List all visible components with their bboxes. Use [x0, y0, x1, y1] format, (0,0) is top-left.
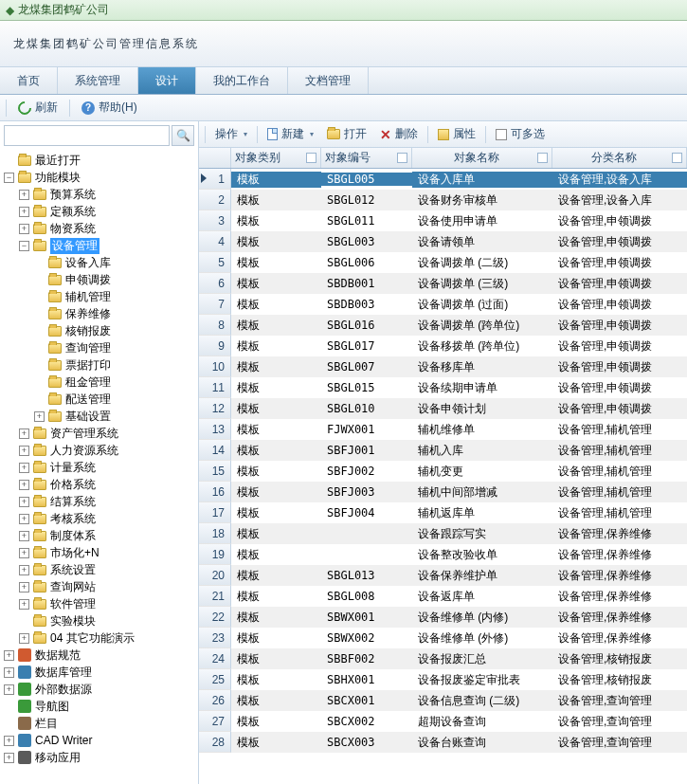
expander-icon[interactable]: + [4, 736, 14, 746]
table-row[interactable]: 7模板SBDB003设备调拨单 (过面)设备管理,申领调拨 [199, 294, 687, 315]
expander-icon[interactable]: + [34, 411, 45, 422]
tab-3[interactable]: 我的工作台 [196, 67, 288, 94]
tree-node[interactable]: +考核系统 [0, 510, 198, 527]
tree-node[interactable]: +物资系统 [0, 220, 198, 237]
table-row[interactable]: 11模板SBGL015设备续期申请单设备管理,申领调拨 [199, 377, 687, 398]
expander-icon[interactable]: + [4, 684, 14, 695]
col-name[interactable]: 对象名称 [412, 148, 552, 168]
tree-node[interactable]: +资产管理系统 [0, 425, 198, 442]
table-row[interactable]: 1模板SBGL005设备入库单设备管理,设备入库 [199, 169, 687, 190]
tree-node[interactable]: 导航图 [0, 698, 198, 715]
tab-2[interactable]: 设计 [138, 67, 196, 94]
tree-node[interactable]: +系统设置 [0, 561, 198, 578]
tree-node[interactable]: +制度体系 [0, 527, 198, 544]
expander-icon[interactable]: + [19, 548, 29, 558]
search-input[interactable] [4, 125, 170, 146]
table-row[interactable]: 18模板设备跟踪写实设备管理,保养维修 [199, 523, 687, 544]
filter-icon[interactable] [672, 153, 682, 163]
expander-icon[interactable]: + [19, 531, 29, 541]
tree-node[interactable]: 保养维修 [0, 305, 198, 322]
tree-node[interactable]: 栏目 [0, 715, 198, 732]
tab-1[interactable]: 系统管理 [58, 67, 138, 94]
tree-node[interactable]: +CAD Writer [0, 732, 198, 749]
table-row[interactable]: 14模板SBFJ001辅机入库设备管理,辅机管理 [199, 440, 687, 461]
tree-node[interactable]: +定额系统 [0, 203, 198, 220]
table-row[interactable]: 12模板SBGL010设备申领计划设备管理,申领调拨 [199, 398, 687, 419]
grid-body[interactable]: 1模板SBGL005设备入库单设备管理,设备入库2模板SBGL012设备财务审核… [199, 169, 687, 784]
tree-node[interactable]: 实验模块 [0, 612, 198, 629]
table-row[interactable]: 26模板SBCX001设备信息查询 (二级)设备管理,查询管理 [199, 690, 687, 711]
tree-node[interactable]: 辅机管理 [0, 288, 198, 305]
tree-node[interactable]: 租金管理 [0, 374, 198, 391]
tree-node[interactable]: +数据规范 [0, 647, 198, 664]
table-row[interactable]: 16模板SBFJ003辅机中间部增减设备管理,辅机管理 [199, 482, 687, 502]
tree-node[interactable]: +软件管理 [0, 595, 198, 612]
expander-icon[interactable]: + [19, 633, 29, 644]
tree-node[interactable]: 申领调拨 [0, 271, 198, 288]
filter-icon[interactable] [397, 153, 407, 163]
expander-icon[interactable]: + [19, 565, 29, 575]
tree-node[interactable]: 票据打印 [0, 356, 198, 374]
filter-icon[interactable] [306, 153, 316, 163]
tree-node[interactable]: +移动应用 [0, 749, 198, 766]
nav-tree[interactable]: 最近打开−功能模块+预算系统+定额系统+物资系统−设备管理设备入库申领调拨辅机管… [0, 150, 198, 784]
operate-menu[interactable]: 操作 ▾ [209, 124, 253, 144]
open-button[interactable]: 打开 [321, 124, 372, 144]
new-button[interactable]: 新建 ▾ [262, 124, 319, 144]
expander-icon[interactable]: + [19, 207, 29, 217]
tab-4[interactable]: 文档管理 [288, 67, 369, 94]
table-row[interactable]: 8模板SBGL016设备调拨单 (跨单位)设备管理,申领调拨 [199, 315, 687, 336]
table-row[interactable]: 3模板SBGL011设备使用申请单设备管理,申领调拨 [199, 210, 687, 231]
expander-icon[interactable]: + [19, 599, 29, 610]
tree-node[interactable]: 设备入库 [0, 254, 198, 271]
col-code[interactable]: 对象编号 [321, 148, 412, 168]
table-row[interactable]: 24模板SBBF002设备报废汇总设备管理,核销报废 [199, 648, 687, 669]
col-rownum[interactable] [199, 148, 231, 168]
table-row[interactable]: 23模板SBWX002设备维修单 (外修)设备管理,保养维修 [199, 628, 687, 648]
expander-icon[interactable]: + [19, 428, 29, 439]
tree-node[interactable]: +04 其它功能演示 [0, 629, 198, 647]
tree-node[interactable]: −设备管理 [0, 237, 198, 254]
table-row[interactable]: 13模板FJWX001辅机维修单设备管理,辅机管理 [199, 419, 687, 440]
tree-node[interactable]: +基础设置 [0, 408, 198, 425]
refresh-button[interactable]: 刷新 [12, 98, 63, 118]
tree-node[interactable]: +外部数据源 [0, 681, 198, 698]
tree-node[interactable]: +计量系统 [0, 459, 198, 476]
table-row[interactable]: 22模板SBWX001设备维修单 (内修)设备管理,保养维修 [199, 607, 687, 628]
expander-icon[interactable]: + [4, 753, 14, 763]
table-row[interactable]: 27模板SBCX002超期设备查询设备管理,查询管理 [199, 711, 687, 732]
table-row[interactable]: 2模板SBGL012设备财务审核单设备管理,设备入库 [199, 190, 687, 210]
expander-icon[interactable]: + [19, 190, 29, 200]
delete-button[interactable]: ✕ 删除 [374, 124, 424, 144]
props-button[interactable]: 属性 [432, 124, 481, 144]
col-type[interactable]: 对象类别 [231, 148, 321, 168]
expander-icon[interactable]: − [19, 241, 29, 251]
expander-icon[interactable]: − [4, 173, 14, 183]
table-row[interactable]: 19模板设备整改验收单设备管理,保养维修 [199, 544, 687, 565]
expander-icon[interactable]: + [4, 667, 14, 678]
tree-node[interactable]: +人力资源系统 [0, 442, 198, 459]
tab-0[interactable]: 首页 [0, 67, 58, 94]
tree-node[interactable]: +价格系统 [0, 476, 198, 493]
tree-node[interactable]: +市场化+N [0, 544, 198, 561]
col-cat[interactable]: 分类名称 [552, 148, 687, 168]
expander-icon[interactable]: + [19, 463, 29, 473]
expander-icon[interactable]: + [4, 650, 14, 661]
expander-icon[interactable]: + [19, 480, 29, 490]
expander-icon[interactable]: + [19, 224, 29, 234]
expander-icon[interactable]: + [19, 582, 29, 593]
tree-node[interactable]: +查询网站 [0, 578, 198, 595]
tree-node[interactable]: 最近打开 [0, 152, 198, 169]
tree-node[interactable]: 配送管理 [0, 391, 198, 408]
tree-node[interactable]: 查询管理 [0, 339, 198, 356]
tree-node[interactable]: +预算系统 [0, 186, 198, 203]
expander-icon[interactable]: + [19, 446, 29, 456]
table-row[interactable]: 28模板SBCX003设备台账查询设备管理,查询管理 [199, 732, 687, 753]
table-row[interactable]: 25模板SBHX001设备报废鉴定审批表设备管理,核销报废 [199, 669, 687, 690]
multi-select-toggle[interactable]: 可多选 [490, 124, 551, 144]
table-row[interactable]: 15模板SBFJ002辅机变更设备管理,辅机管理 [199, 461, 687, 482]
table-row[interactable]: 20模板SBGL013设备保养维护单设备管理,保养维修 [199, 565, 687, 586]
table-row[interactable]: 10模板SBGL007设备移库单设备管理,申领调拨 [199, 356, 687, 377]
table-row[interactable]: 4模板SBGL003设备请领单设备管理,申领调拨 [199, 231, 687, 252]
help-button[interactable]: ? 帮助(H) [76, 98, 143, 118]
